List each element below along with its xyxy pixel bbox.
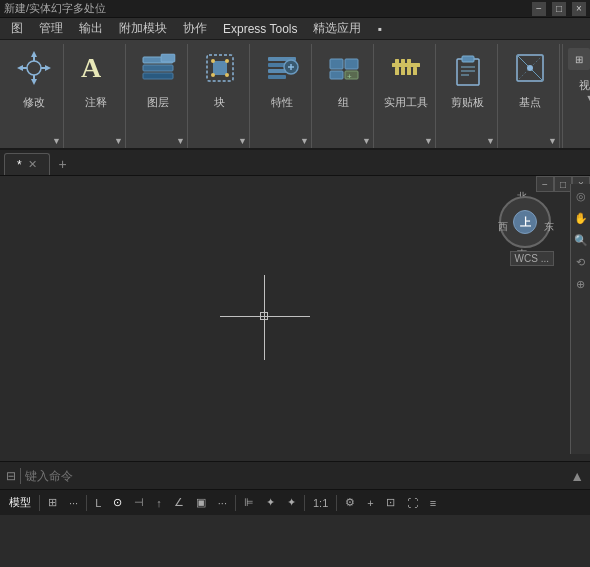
status-snap-dots3[interactable]: ···	[213, 495, 232, 511]
maximize-button[interactable]: □	[552, 2, 566, 16]
clipboard-button[interactable]	[444, 44, 492, 92]
tabs-bar: * ✕ +	[0, 150, 590, 176]
status-fullscreen[interactable]: ⛶	[402, 495, 423, 511]
layers-expand-arrow[interactable]: ▼	[176, 136, 185, 146]
panel-icon-2[interactable]: ✋	[573, 210, 589, 226]
panel-icon-3[interactable]: 🔍	[573, 232, 589, 248]
status-grid-toggle[interactable]: ⊞	[43, 494, 62, 511]
view-expand[interactable]: ▼	[586, 93, 590, 103]
title-text: 新建/实体幻字多处位	[4, 1, 532, 16]
menu-extra[interactable]: ▪	[370, 20, 388, 38]
tools-button[interactable]	[382, 44, 430, 92]
group-button[interactable]: +	[320, 44, 368, 92]
basepoint-icon	[511, 49, 549, 87]
annotate-expand-arrow[interactable]: ▼	[114, 136, 123, 146]
ribbon-group-properties: 特性 ▼	[252, 44, 312, 148]
status-menu-dots[interactable]: ≡	[425, 495, 441, 511]
svg-rect-41	[462, 56, 474, 62]
basepoint-label: 基点	[519, 95, 541, 110]
tools-expand-arrow[interactable]: ▼	[424, 136, 433, 146]
view-icon-1[interactable]: ⊞	[568, 48, 590, 70]
basepoint-button[interactable]	[506, 44, 554, 92]
text-icon: A	[77, 49, 115, 87]
menu-manage[interactable]: 管理	[32, 18, 70, 39]
properties-button[interactable]	[258, 44, 306, 92]
status-plus[interactable]: +	[362, 495, 378, 511]
ribbon-group-basepoint: 基点 ▼	[500, 44, 560, 148]
block-expand-arrow[interactable]: ▼	[238, 136, 247, 146]
cmd-separator	[20, 468, 21, 484]
tools-icon	[387, 49, 425, 87]
cmd-icon-left[interactable]: ⊟	[6, 469, 16, 483]
canvas-minimize[interactable]: −	[536, 176, 554, 192]
status-snap-circle[interactable]: ⊙	[108, 494, 127, 511]
status-snap-arrow[interactable]: ↑	[151, 495, 167, 511]
annotate-button[interactable]: A	[72, 44, 120, 92]
menu-output[interactable]: 输出	[72, 18, 110, 39]
ribbon-group-modify: 修改 ▼	[4, 44, 64, 148]
menu-collab[interactable]: 协作	[176, 18, 214, 39]
group-expand-arrow[interactable]: ▼	[362, 136, 371, 146]
compass-west: 西	[498, 220, 508, 234]
ribbon-group-clipboard: 剪贴板 ▼	[438, 44, 498, 148]
layers-label: 图层	[147, 95, 169, 110]
title-controls: − □ ×	[532, 2, 586, 16]
svg-rect-23	[268, 75, 286, 79]
menu-addons[interactable]: 附加模块	[112, 18, 174, 39]
move-icon	[15, 49, 53, 87]
panel-icon-1[interactable]: ◎	[573, 188, 589, 204]
status-snap-l[interactable]: L	[90, 495, 106, 511]
modify-expand-arrow[interactable]: ▼	[52, 136, 61, 146]
status-grid-dots[interactable]: ···	[64, 495, 83, 511]
menu-tu[interactable]: 图	[4, 18, 30, 39]
status-star-off[interactable]: ✦	[282, 494, 301, 511]
menu-featured[interactable]: 精选应用	[306, 18, 368, 39]
status-layout-toggle[interactable]: ⊡	[381, 494, 400, 511]
panel-icon-5[interactable]: ⊕	[573, 276, 589, 292]
status-scale[interactable]: 1:1	[308, 495, 333, 511]
minimize-button[interactable]: −	[532, 2, 546, 16]
properties-label: 特性	[271, 95, 293, 110]
ribbon-group-block: 块 ▼	[190, 44, 250, 148]
status-iso[interactable]: ⊫	[239, 494, 259, 511]
status-star-on[interactable]: ✦	[261, 494, 280, 511]
status-sep-5	[336, 495, 337, 511]
annotate-label: 注释	[85, 95, 107, 110]
canvas-area[interactable]: − □ × 北 西 上 东 南 WCS ... ◎ ✋ 🔍 ⟲ ⊕	[0, 176, 590, 461]
status-model[interactable]: 模型	[4, 493, 36, 512]
wcs-label[interactable]: WCS ...	[510, 251, 554, 266]
status-gear[interactable]: ⚙	[340, 494, 360, 511]
svg-point-48	[527, 65, 533, 71]
close-button[interactable]: ×	[572, 2, 586, 16]
svg-rect-27	[330, 59, 343, 69]
svg-point-19	[225, 73, 229, 77]
title-bar: 新建/实体幻字多处位 − □ ×	[0, 0, 590, 18]
ribbon-group-view: ⊞ ⊠ 视图 ▼	[562, 44, 590, 148]
compass-center-button[interactable]: 上	[513, 210, 537, 234]
compass-circle: 西 上 东	[499, 196, 551, 248]
status-sep-4	[304, 495, 305, 511]
status-snap-tee[interactable]: ⊣	[129, 494, 149, 511]
properties-expand-arrow[interactable]: ▼	[300, 136, 309, 146]
panel-icon-4[interactable]: ⟲	[573, 254, 589, 270]
tools-label: 实用工具	[384, 95, 428, 110]
clipboard-expand-arrow[interactable]: ▼	[486, 136, 495, 146]
svg-rect-36	[395, 67, 399, 75]
menu-express-tools[interactable]: Express Tools	[216, 20, 304, 38]
menu-bar: 图 管理 输出 附加模块 协作 Express Tools 精选应用 ▪	[0, 18, 590, 40]
svg-marker-8	[45, 65, 51, 71]
svg-rect-33	[395, 59, 399, 63]
tab-close-0[interactable]: ✕	[28, 158, 37, 171]
tab-add-button[interactable]: +	[52, 153, 74, 175]
status-snap-angle[interactable]: ∠	[169, 494, 189, 511]
cmd-arrow-button[interactable]: ▲	[570, 468, 584, 484]
basepoint-expand-arrow[interactable]: ▼	[548, 136, 557, 146]
modify-button[interactable]	[10, 44, 58, 92]
command-input[interactable]	[25, 469, 566, 483]
status-snap-box[interactable]: ▣	[191, 494, 211, 511]
block-button[interactable]	[196, 44, 244, 92]
crosshair-square	[260, 312, 268, 320]
clipboard-label: 剪贴板	[451, 95, 484, 110]
tab-item-0[interactable]: * ✕	[4, 153, 50, 175]
layers-button[interactable]	[134, 44, 182, 92]
